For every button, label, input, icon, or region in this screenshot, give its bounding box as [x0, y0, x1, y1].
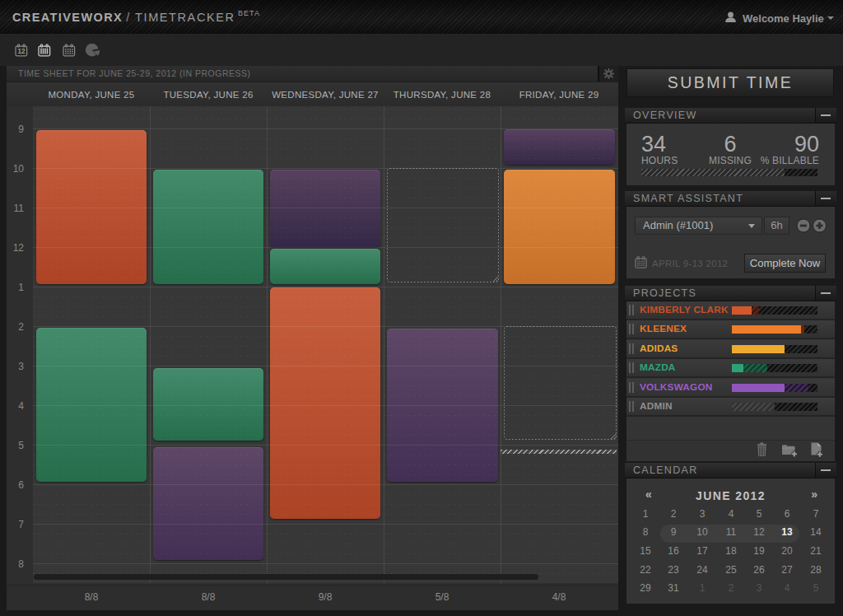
svg-text:12: 12: [17, 48, 26, 55]
